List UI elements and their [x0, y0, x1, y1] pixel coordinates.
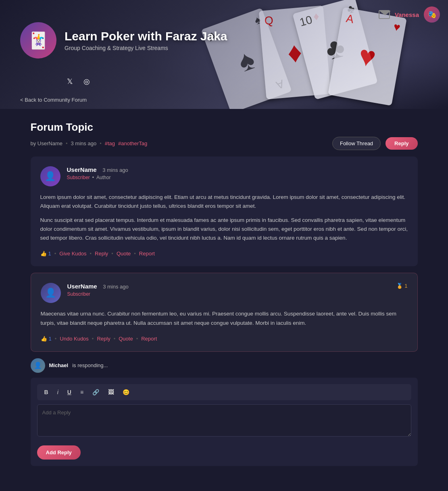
post-time-1: 3 mins ago — [102, 167, 128, 173]
toolbar-italic[interactable]: i — [56, 388, 60, 396]
thumbs-up-icon-1: 👍 — [40, 251, 47, 257]
social-icons: 𝕏 ◎ — [65, 76, 92, 87]
mail-icon[interactable] — [379, 10, 390, 19]
post-username-1: UserName — [67, 166, 97, 173]
post-time-2: 3 mins ago — [103, 284, 129, 290]
badge-subscriber-1: Subscriber — [67, 175, 90, 180]
forum-topic-header: Forum Topic by UserName • 3 mins ago • #… — [31, 121, 418, 150]
reply-textarea[interactable] — [37, 404, 411, 437]
like-count-2: 1 — [49, 336, 52, 342]
toolbar-link[interactable]: 🔗 — [91, 388, 101, 396]
post-avatar-1: 👤 — [40, 166, 60, 186]
forum-topic-meta: by UserName • 3 mins ago • #tag #another… — [31, 137, 418, 150]
undo-kudos-2[interactable]: Undo Kudos — [60, 336, 89, 342]
post-p1-1: Lorem ipsum dolor sit amet, consectetur … — [40, 193, 408, 211]
like-count-1: 1 — [48, 251, 51, 257]
user-avatar[interactable]: 🎭 — [424, 6, 440, 23]
post-badges-2: Subscriber — [67, 291, 390, 297]
post-header-info-1: UserName 3 mins ago Subscriber • Author — [67, 166, 408, 180]
dot-sep: • — [66, 140, 68, 146]
editor-toolbar: B i U ≡ 🔗 🖼 😊 — [37, 384, 411, 400]
hero-section: A ♠ A ♠ Q ♦ ♦ 10 ♣ ♣ A ♥ ♥ Vanessa 🎭 🃏 L… — [0, 0, 448, 109]
thumbs-up-icon-2: 👍 — [41, 336, 47, 342]
reply-editor: B i U ≡ 🔗 🖼 😊 Add Reply — [31, 378, 418, 466]
post-kudos-badge: 🏅 1 — [396, 283, 407, 289]
michael-avatar: 👤 — [31, 358, 45, 373]
post-p1-2: Maecenas vitae urna nunc. Curabitur non … — [41, 309, 408, 328]
like-button-2[interactable]: 👍 1 — [41, 336, 52, 342]
add-reply-button[interactable]: Add Reply — [37, 445, 81, 460]
kudos-count: 1 — [404, 283, 407, 289]
post-p2-1: Nunc suscipit erat sed placerat tempus. … — [40, 216, 408, 243]
responding-username: Michael — [49, 362, 69, 368]
top-nav: Vanessa 🎭 — [379, 6, 440, 23]
toolbar-bold[interactable]: B — [43, 388, 50, 396]
badge-subscriber-2: Subscriber — [67, 291, 90, 297]
post-card-1: 👤 UserName 3 mins ago Subscriber • Autho… — [31, 157, 418, 266]
post-actions-2: 👍 1 • Undo Kudos • Reply • Quote • Repor… — [41, 336, 408, 342]
post-card-2: 👤 UserName 3 mins ago Subscriber 🏅 1 Mae… — [31, 273, 418, 352]
forum-tag1[interactable]: #tag — [105, 140, 115, 146]
report-button-2[interactable]: Report — [141, 336, 157, 342]
post-username-2: UserName — [67, 283, 97, 290]
toolbar-list[interactable]: ≡ — [79, 388, 85, 396]
badge-author-1: Author — [96, 175, 110, 180]
forum-meta-left: by UserName • 3 mins ago • #tag #another… — [31, 140, 148, 146]
post-body-1: Lorem ipsum dolor sit amet, consectetur … — [40, 193, 408, 242]
reply-button-1[interactable]: Reply — [95, 251, 108, 257]
quote-button-1[interactable]: Quote — [117, 251, 131, 257]
follow-thread-button[interactable]: Follow Thread — [332, 137, 381, 150]
post-header-1: 👤 UserName 3 mins ago Subscriber • Autho… — [40, 166, 408, 186]
give-kudos-1[interactable]: Give Kudos — [59, 251, 86, 257]
forum-time: 3 mins ago — [71, 140, 97, 146]
brand-avatar: 🃏 — [20, 22, 56, 59]
badge-dot-1: • — [92, 175, 94, 180]
instagram-icon[interactable]: ◎ — [81, 76, 92, 87]
reply-button-2[interactable]: Reply — [97, 336, 110, 342]
user-name-header[interactable]: Vanessa — [395, 11, 419, 18]
brand-info: Learn Poker with Faraz Jaka Group Coachi… — [65, 29, 227, 51]
twitter-icon[interactable]: 𝕏 — [65, 76, 75, 87]
back-to-forum-link[interactable]: < Back to Community Forum — [20, 97, 87, 103]
brand-title: Learn Poker with Faraz Jaka — [65, 29, 227, 43]
kudos-icon: 🏅 — [396, 283, 403, 289]
like-button-1[interactable]: 👍 1 — [40, 251, 51, 257]
post-actions-1: 👍 1 • Give Kudos • Reply • Quote • Repor… — [40, 251, 408, 257]
forum-by: by UserName — [31, 140, 63, 146]
brand-subtitle: Group Coaching & Strategy Live Streams — [65, 45, 227, 51]
quote-button-2[interactable]: Quote — [119, 336, 133, 342]
hero-content: 🃏 Learn Poker with Faraz Jaka Group Coac… — [20, 22, 227, 59]
reply-main-button[interactable]: Reply — [385, 137, 417, 150]
post-badges-1: Subscriber • Author — [67, 175, 408, 180]
forum-meta-right: Follow Thread Reply — [332, 137, 418, 150]
toolbar-underline[interactable]: U — [66, 388, 73, 396]
responding-bar: 👤 Michael is responding... — [31, 358, 418, 373]
main-content: Forum Topic by UserName • 3 mins ago • #… — [23, 109, 426, 485]
forum-topic-title: Forum Topic — [31, 121, 418, 134]
post-body-2: Maecenas vitae urna nunc. Curabitur non … — [41, 309, 408, 328]
report-button-1[interactable]: Report — [139, 251, 155, 257]
post-header-info-2: UserName 3 mins ago Subscriber — [67, 283, 390, 297]
post-avatar-2: 👤 — [41, 283, 61, 303]
post-header-2: 👤 UserName 3 mins ago Subscriber 🏅 1 — [41, 283, 408, 303]
toolbar-image[interactable]: 🖼 — [106, 388, 115, 396]
responding-status: is responding... — [72, 362, 108, 368]
forum-tag2[interactable]: #anotherTag — [118, 140, 147, 146]
dot-sep2: • — [100, 140, 102, 146]
toolbar-emoji[interactable]: 😊 — [121, 388, 131, 396]
